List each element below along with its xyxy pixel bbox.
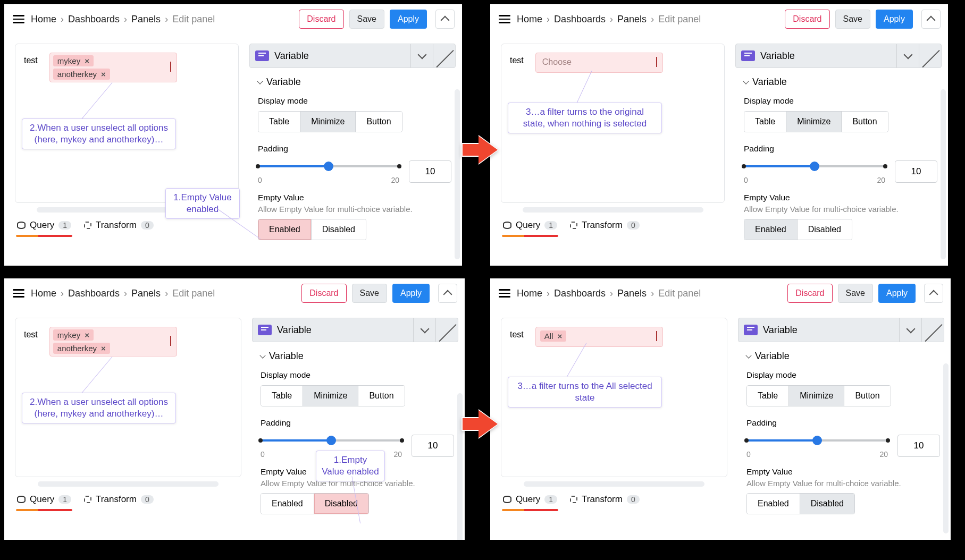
crumb-panels[interactable]: Panels [617,288,647,299]
crumb-dashboards[interactable]: Dashboards [554,14,606,25]
save-button[interactable]: Save [838,284,873,303]
display-mode-table[interactable]: Table [747,386,789,406]
collapse-pane-icon[interactable] [435,10,455,29]
crumb-panels[interactable]: Panels [131,288,161,299]
display-mode-table[interactable]: Table [258,112,300,132]
hamburger-icon[interactable] [12,286,26,301]
chip-all[interactable]: All× [540,330,566,342]
crumb-home[interactable]: Home [517,288,542,299]
display-mode-minimize[interactable]: Minimize [789,386,844,406]
discard-button[interactable]: Discard [299,10,343,29]
display-mode-button[interactable]: Button [358,386,404,406]
horizontal-scrollbar[interactable] [38,481,219,487]
chevron-right-icon[interactable] [435,318,458,342]
apply-button[interactable]: Apply [876,10,913,29]
tab-query[interactable]: Query 1 [17,218,71,233]
slider-thumb[interactable] [324,162,333,171]
close-icon[interactable]: × [101,344,106,353]
crumb-dashboards[interactable]: Dashboards [554,288,606,299]
crumb-dashboards[interactable]: Dashboards [68,14,120,25]
padding-input[interactable] [895,160,937,183]
display-mode-table[interactable]: Table [261,386,303,406]
display-mode-button[interactable]: Button [842,112,887,132]
close-icon[interactable]: × [101,70,106,79]
apply-button[interactable]: Apply [392,284,430,303]
empty-value-disabled[interactable]: Disabled [314,494,368,514]
crumb-dashboards[interactable]: Dashboards [68,288,120,299]
vertical-scrollbar[interactable] [943,363,949,533]
padding-slider[interactable] [258,159,399,174]
discard-button[interactable]: Discard [301,284,346,303]
slider-thumb[interactable] [326,436,336,445]
tab-transform[interactable]: Transform0 [570,218,640,233]
tab-transform[interactable]: Transform 0 [84,218,154,233]
chevron-down-icon[interactable] [656,332,657,342]
empty-value-enabled[interactable]: Enabled [258,219,312,240]
filter-multiselect[interactable]: Choose [535,53,663,73]
close-icon[interactable]: × [557,332,562,341]
chip-mykey[interactable]: mykey× [53,329,94,341]
vertical-scrollbar[interactable] [941,89,946,259]
empty-value-enabled[interactable]: Enabled [744,219,798,240]
section-variable[interactable]: Variable [744,77,937,88]
empty-value-disabled[interactable]: Disabled [798,219,852,240]
apply-button[interactable]: Apply [390,10,427,29]
tab-transform[interactable]: Transform0 [84,492,154,507]
crumb-panels[interactable]: Panels [131,14,161,25]
empty-value-enabled[interactable]: Enabled [261,494,314,514]
padding-slider[interactable] [261,433,402,448]
panel-type-selector[interactable]: Variable [249,44,456,68]
chevron-down-icon[interactable] [410,44,433,67]
chevron-down-icon[interactable] [656,58,657,67]
filter-multiselect[interactable]: mykey× anotherkey× [49,53,177,82]
display-mode-table[interactable]: Table [744,112,786,132]
collapse-pane-icon[interactable] [924,284,943,303]
chevron-right-icon[interactable] [921,318,944,342]
chevron-down-icon[interactable] [170,63,171,72]
padding-slider[interactable] [746,433,888,448]
chip-anotherkey[interactable]: anotherkey× [53,69,110,80]
crumb-home[interactable]: Home [517,14,542,25]
panel-type-selector[interactable]: Variable [738,318,944,342]
padding-slider[interactable] [744,159,885,174]
chevron-down-icon[interactable] [170,337,171,346]
crumb-home[interactable]: Home [31,14,56,25]
display-mode-button[interactable]: Button [844,386,890,406]
close-icon[interactable]: × [85,330,89,340]
filter-multiselect[interactable]: mykey× anotherkey× [49,327,177,357]
section-variable[interactable]: Variable [746,351,940,362]
display-mode-minimize[interactable]: Minimize [786,112,842,132]
apply-button[interactable]: Apply [878,284,916,303]
padding-input[interactable] [409,160,451,183]
save-button[interactable]: Save [349,10,384,29]
slider-thumb[interactable] [812,436,822,445]
padding-input[interactable] [897,435,940,457]
tab-query[interactable]: Query1 [503,218,557,233]
chevron-down-icon[interactable] [896,44,919,67]
slider-thumb[interactable] [810,162,819,171]
padding-input[interactable] [412,435,454,457]
display-mode-button[interactable]: Button [356,112,401,132]
empty-value-disabled[interactable]: Disabled [800,494,854,514]
discard-button[interactable]: Discard [787,284,832,303]
chip-mykey[interactable]: mykey× [53,55,94,66]
filter-multiselect[interactable]: All× [535,327,663,347]
section-variable[interactable]: Variable [261,351,454,362]
display-mode-minimize[interactable]: Minimize [303,386,358,406]
display-mode-minimize[interactable]: Minimize [300,112,356,132]
empty-value-disabled[interactable]: Disabled [312,219,366,240]
section-variable[interactable]: Variable [258,77,451,88]
save-button[interactable]: Save [352,284,387,303]
tab-query[interactable]: Query1 [503,492,557,507]
panel-type-selector[interactable]: Variable [252,318,458,342]
chevron-down-icon[interactable] [413,318,435,342]
horizontal-scrollbar[interactable] [524,481,704,487]
tab-query[interactable]: Query1 [17,492,71,507]
discard-button[interactable]: Discard [785,10,829,29]
chip-anotherkey[interactable]: anotherkey× [53,343,110,354]
collapse-pane-icon[interactable] [438,284,457,303]
save-button[interactable]: Save [835,10,870,29]
hamburger-icon[interactable] [498,286,511,301]
panel-type-selector[interactable]: Variable [735,44,942,68]
empty-value-enabled[interactable]: Enabled [747,494,800,514]
